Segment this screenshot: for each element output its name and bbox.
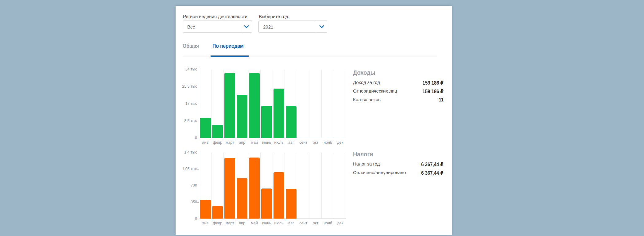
income-by-month-bar-авг[interactable]: [286, 106, 297, 138]
bar-slot-июль: [273, 153, 285, 219]
year-select-value[interactable]: 2021: [259, 21, 316, 32]
stat-value: 11: [438, 97, 444, 103]
income-by-month-bar-февр[interactable]: [212, 125, 223, 138]
y-tick-label: 25,5 тыс: [177, 84, 197, 89]
bar-slot-сент: [297, 153, 309, 219]
x-tick-label: дек: [332, 221, 348, 225]
bar-slot-авг: [285, 70, 297, 138]
tax-by-month-bar-янв[interactable]: [200, 200, 211, 219]
bar-slot-июль: [273, 70, 285, 138]
y-tick: [197, 186, 199, 186]
region-select-value[interactable]: Все: [183, 21, 241, 32]
bar-slot-июнь: [261, 70, 273, 138]
stat-value: 159 186 ₽: [420, 80, 444, 86]
tax-panel-title: Налоги: [353, 150, 376, 158]
tax-by-month-chart: [199, 153, 346, 219]
stat-row: Доход за год 159 186 ₽: [353, 80, 444, 86]
income-panel-title: Доходы: [353, 69, 378, 76]
y-tick-label: 700: [177, 183, 197, 188]
income-by-month-bar-июль[interactable]: [274, 89, 284, 138]
chevron-down-icon[interactable]: [241, 21, 252, 32]
y-tick-label: 17 тыс: [177, 101, 197, 106]
bar-slot-сент: [297, 70, 309, 138]
tax-by-month-bar-авг[interactable]: [286, 189, 297, 219]
stat-label: Кол-во чеков: [353, 97, 381, 102]
y-tick-label: 0: [177, 216, 197, 221]
bar-slot-февр: [211, 153, 224, 219]
stat-label: Налог за год: [353, 161, 380, 166]
y-tick-label: 1,4 тыс: [177, 150, 197, 154]
dashboard-panel: Регион ведения деятельности Все Выберите…: [176, 6, 452, 235]
bar-slot-окт: [309, 153, 322, 219]
bar-slot-март: [224, 153, 236, 219]
bar-slot-апр: [236, 70, 248, 138]
bar-slot-февр: [211, 70, 224, 138]
y-tick: [197, 202, 199, 203]
bar-slot-окт: [309, 70, 322, 138]
tab-label: По периодам: [212, 43, 243, 49]
bar-slot-янв: [199, 70, 211, 138]
bar-slot-нояб: [322, 153, 334, 219]
bar-slot-май: [248, 153, 261, 219]
tax-by-month-bar-март[interactable]: [224, 158, 235, 219]
year-select-label: Выберите год:: [259, 14, 289, 19]
bar-slot-авг: [285, 153, 297, 219]
y-tick: [197, 104, 199, 104]
region-select[interactable]: Все: [183, 21, 252, 33]
stat-row: Оплачено/аннулировано 6 367,44 ₽: [353, 170, 444, 176]
stat-value: 159 186 ₽: [420, 88, 444, 95]
bar-slot-дек: [334, 153, 346, 219]
tab-label: Общая: [183, 43, 199, 49]
income-by-month-chart: [199, 70, 346, 138]
stat-row: Кол-во чеков 11: [353, 97, 444, 103]
stat-label: Оплачено/аннулировано: [353, 170, 406, 175]
income-by-month-bar-март[interactable]: [224, 73, 235, 138]
active-tab-underline: [211, 55, 249, 57]
tax-by-month-bar-июнь[interactable]: [261, 188, 272, 219]
stat-label: Доход за год: [353, 80, 380, 85]
bar-slot-апр: [236, 153, 248, 219]
tax-by-month-bar-февр[interactable]: [212, 206, 223, 219]
tax-by-month-bar-май[interactable]: [249, 158, 260, 219]
region-select-label: Регион ведения деятельности: [183, 14, 247, 19]
y-tick-label: 350: [177, 200, 197, 204]
bar-slot-янв: [199, 153, 211, 219]
tab-po-periodam[interactable]: По периодам: [212, 43, 248, 49]
bar-slot-июнь: [261, 153, 273, 219]
tab-obschaya[interactable]: Общая: [183, 43, 201, 49]
y-tick: [197, 121, 199, 121]
y-tick: [197, 169, 199, 169]
stat-value: 6 367,44 ₽: [418, 161, 444, 168]
bar-slot-май: [248, 70, 261, 138]
bar-slot-нояб: [322, 70, 334, 138]
stat-row: Налог за год 6 367,44 ₽: [353, 161, 444, 167]
income-by-month-bar-апр[interactable]: [237, 95, 247, 138]
tax-by-month-bar-июль[interactable]: [274, 172, 284, 219]
chevron-down-icon[interactable]: [316, 21, 327, 32]
income-by-month-bar-июнь[interactable]: [261, 106, 272, 138]
y-tick-label: 34 тыс: [177, 67, 197, 71]
y-tick-label: 8,5 тыс: [177, 119, 197, 123]
stat-row: От юридических лиц 159 186 ₽: [353, 88, 444, 94]
income-by-month-bar-янв[interactable]: [200, 118, 211, 138]
year-select[interactable]: 2021: [258, 21, 327, 33]
stat-label: От юридических лиц: [353, 88, 397, 93]
stat-value: 6 367,44 ₽: [418, 170, 444, 176]
y-tick-label: 0: [177, 136, 197, 140]
tax-by-month-bar-апр[interactable]: [237, 178, 247, 219]
income-by-month-bar-май[interactable]: [249, 73, 260, 138]
y-tick: [197, 87, 199, 87]
y-tick-label: 1,05 тыс: [177, 167, 197, 171]
x-tick-label: дек: [332, 140, 348, 145]
bar-slot-март: [224, 70, 236, 138]
bar-slot-дек: [334, 70, 346, 138]
